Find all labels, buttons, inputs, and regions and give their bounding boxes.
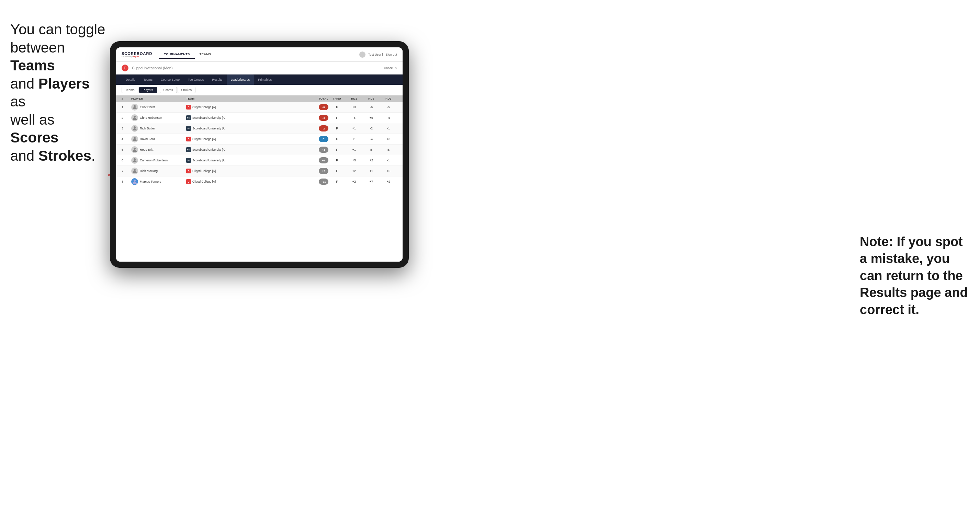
rd3-2: -4 — [380, 116, 397, 119]
header-right: Test User | Sign out — [359, 51, 397, 58]
score-badge-4: E — [319, 136, 328, 142]
tab-teams[interactable]: Teams — [140, 75, 157, 85]
avatar-7 — [131, 168, 138, 175]
team-logo-6: SU — [186, 158, 191, 163]
team-7: C Clippd College [A] — [186, 168, 304, 173]
toggle-teams-button[interactable]: Teams — [122, 87, 138, 93]
tournament-logo: C — [122, 65, 129, 71]
team-logo-2: SU — [186, 115, 191, 120]
team-logo-3: SU — [186, 126, 191, 131]
col-total: TOTAL — [304, 97, 328, 100]
user-label: Test User | — [368, 53, 383, 56]
score-badge-7: +9 — [319, 168, 328, 174]
toggle-players-button[interactable]: Players — [139, 87, 157, 93]
table-row: 7 Blair McHarg C Clippd College [A] +9 F… — [116, 166, 402, 176]
thru-1: F — [328, 105, 345, 109]
team-6: SU Scoreboard University [A] — [186, 158, 304, 163]
team-logo-1: C — [186, 105, 191, 110]
team-5: SU Scoreboard University [A] — [186, 147, 304, 152]
col-rd2: RD2 — [363, 97, 380, 100]
nav-teams[interactable]: TEAMS — [195, 51, 216, 59]
rd3-4: +3 — [380, 137, 397, 141]
toggle-strokes-button[interactable]: Strokes — [178, 87, 196, 93]
player-2: Chris Robertson — [131, 114, 186, 121]
rd3-5: E — [380, 148, 397, 151]
col-rd3: RD3 — [380, 97, 397, 100]
total-1: -8 — [304, 104, 328, 110]
team-logo-4: C — [186, 137, 191, 141]
total-8: +11 — [304, 179, 328, 185]
rd2-2: +5 — [363, 116, 380, 119]
rd1-3: +1 — [345, 127, 363, 130]
player-6: Cameron Robertson — [131, 157, 186, 164]
tab-printables[interactable]: Printables — [254, 75, 276, 85]
svg-point-4 — [134, 137, 136, 139]
rank-6: 6 — [122, 159, 131, 162]
thru-5: F — [328, 148, 345, 151]
tournament-header: C Clippd Invitational (Men) Cancel ✕ — [116, 62, 402, 75]
rd1-5: +1 — [345, 148, 363, 151]
rd1-4: +1 — [345, 137, 363, 141]
col-player: PLAYER — [131, 97, 186, 100]
rd3-8: +2 — [380, 180, 397, 183]
player-7: Blair McHarg — [131, 168, 186, 175]
toggle-scores-button[interactable]: Scores — [160, 87, 177, 93]
col-thru: THRU — [328, 97, 345, 100]
total-5: +1 — [304, 147, 328, 153]
rank-1: 1 — [122, 105, 131, 109]
tab-leaderboards[interactable]: Leaderboards — [227, 75, 254, 85]
table-row: 6 Cameron Robertson SU Scoreboard Univer… — [116, 155, 402, 166]
player-5: Rees Britt — [131, 146, 186, 153]
col-rd1: RD1 — [345, 97, 363, 100]
rd3-3: -1 — [380, 127, 397, 130]
cancel-button[interactable]: Cancel ✕ — [384, 66, 397, 70]
score-badge-5: +1 — [319, 147, 328, 153]
sub-nav: Details Teams Course Setup Tee Groups Re… — [116, 75, 402, 85]
main-nav: TOURNAMENTS TEAMS — [159, 51, 359, 59]
table-row: 4 David Ford C Clippd College [A] E F +1… — [116, 134, 402, 144]
col-team: TEAM — [186, 97, 304, 100]
rd3-1: -5 — [380, 105, 397, 109]
rank-2: 2 — [122, 116, 131, 119]
svg-point-2 — [134, 116, 136, 118]
logo-text: SCOREBOARD — [122, 51, 152, 56]
tab-results[interactable]: Results — [208, 75, 227, 85]
avatar-8 — [131, 178, 138, 185]
total-4: E — [304, 136, 328, 142]
avatar-1 — [131, 104, 138, 111]
tablet-screen: SCOREBOARD Powered by clippd TOURNAMENTS… — [116, 48, 402, 262]
user-avatar — [359, 51, 366, 58]
leaderboard-table: # PLAYER TEAM TOTAL THRU RD1 RD2 RD3 1 E… — [116, 95, 402, 262]
table-header: # PLAYER TEAM TOTAL THRU RD1 RD2 RD3 — [116, 95, 402, 102]
player-4: David Ford — [131, 136, 186, 143]
brand-name: clippd — [133, 56, 139, 58]
rd2-6: +2 — [363, 159, 380, 162]
score-badge-8: +11 — [319, 179, 328, 185]
tab-details[interactable]: Details — [122, 75, 140, 85]
table-row: 8 Marcus Turners C Clippd College [A] +1… — [116, 176, 402, 187]
rd3-7: +6 — [380, 169, 397, 173]
tab-tee-groups[interactable]: Tee Groups — [184, 75, 208, 85]
score-badge-1: -8 — [319, 104, 328, 110]
player-3: Rich Butler — [131, 125, 186, 132]
rd2-7: +1 — [363, 169, 380, 173]
rd1-7: +2 — [345, 169, 363, 173]
rd1-8: +2 — [345, 180, 363, 183]
rd3-6: -1 — [380, 159, 397, 162]
scoreboard-logo: SCOREBOARD Powered by clippd — [122, 51, 152, 58]
col-rank: # — [122, 97, 131, 100]
svg-point-1 — [134, 105, 136, 107]
rank-5: 5 — [122, 148, 131, 151]
nav-tournaments[interactable]: TOURNAMENTS — [159, 51, 194, 59]
rank-8: 8 — [122, 180, 131, 183]
score-badge-6: +6 — [319, 157, 328, 163]
table-row: 3 Rich Butler SU Scoreboard University [… — [116, 123, 402, 134]
rd1-2: -5 — [345, 116, 363, 119]
thru-8: F — [328, 180, 345, 183]
table-row: 2 Chris Robertson SU Scoreboard Universi… — [116, 113, 402, 123]
powered-by: Powered by clippd — [122, 56, 152, 58]
avatar-3 — [131, 125, 138, 132]
tab-course-setup[interactable]: Course Setup — [157, 75, 184, 85]
avatar-5 — [131, 146, 138, 153]
sign-out-link[interactable]: Sign out — [386, 53, 397, 56]
